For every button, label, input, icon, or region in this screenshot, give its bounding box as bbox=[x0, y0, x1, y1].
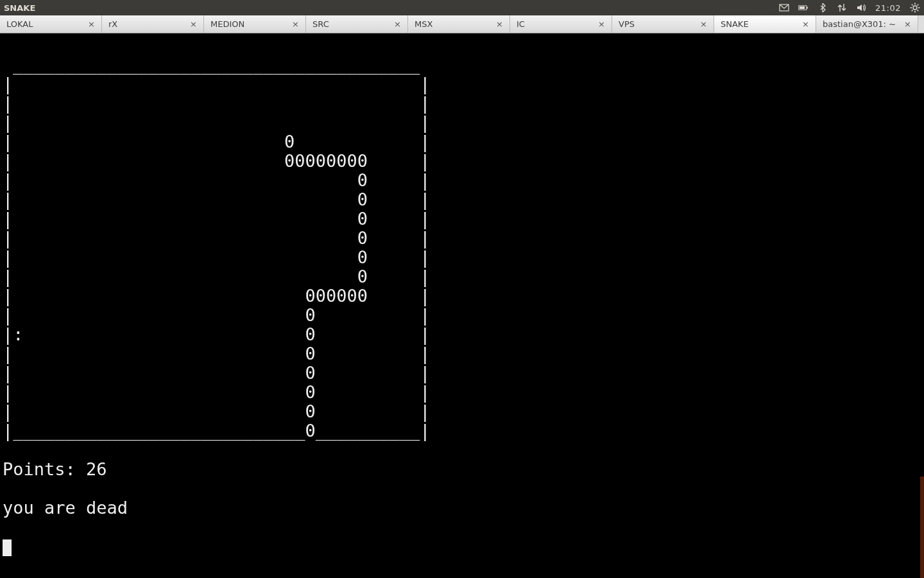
close-icon[interactable]: × bbox=[903, 20, 912, 28]
tab-label: VPS bbox=[619, 19, 635, 29]
terminal-tab[interactable]: LOKAL× bbox=[0, 15, 102, 33]
terminal-tabstrip: LOKAL×rX×MEDION×SRC×MSX×IC×VPS×SNAKE×bas… bbox=[0, 15, 924, 33]
battery-icon[interactable] bbox=[798, 3, 809, 13]
mail-icon[interactable] bbox=[779, 3, 789, 13]
clock[interactable]: 21:02 bbox=[875, 3, 901, 13]
close-icon[interactable]: × bbox=[495, 20, 504, 28]
dead-message: you are dead bbox=[3, 498, 921, 518]
svg-rect-3 bbox=[800, 6, 805, 9]
tab-label: bastian@X301: ~ bbox=[823, 19, 896, 29]
terminal-tab[interactable]: bastian@X301: ~× bbox=[816, 15, 918, 33]
terminal-tab[interactable]: VPS× bbox=[612, 15, 714, 33]
tab-label: MSX bbox=[415, 19, 432, 29]
close-icon[interactable]: × bbox=[801, 20, 810, 28]
close-icon[interactable]: × bbox=[393, 20, 402, 28]
tab-label: LOKAL bbox=[6, 19, 33, 29]
game-board: _______________________________________ … bbox=[3, 55, 921, 441]
launcher-edge-hint bbox=[920, 477, 924, 578]
terminal-tab[interactable]: MSX× bbox=[408, 15, 510, 33]
svg-line-9 bbox=[912, 4, 913, 6]
network-updown-icon[interactable] bbox=[837, 3, 847, 13]
svg-point-4 bbox=[913, 6, 917, 10]
terminal-tab[interactable]: IC× bbox=[510, 15, 612, 33]
svg-rect-2 bbox=[807, 6, 808, 8]
svg-line-10 bbox=[918, 10, 919, 12]
close-icon[interactable]: × bbox=[87, 20, 96, 28]
close-icon[interactable]: × bbox=[291, 20, 300, 28]
terminal-cursor bbox=[3, 539, 12, 556]
terminal-tab[interactable]: MEDION× bbox=[204, 15, 306, 33]
tab-label: SNAKE bbox=[721, 19, 749, 29]
svg-line-12 bbox=[912, 10, 913, 12]
menubar: SNAKE 21:02 bbox=[0, 0, 924, 15]
close-icon[interactable]: × bbox=[597, 20, 606, 28]
tab-label: MEDION bbox=[210, 19, 244, 29]
tab-label: rX bbox=[108, 19, 117, 29]
window-title: SNAKE bbox=[4, 3, 35, 13]
tab-label: SRC bbox=[312, 19, 329, 29]
tab-label: IC bbox=[517, 19, 525, 29]
points-label: Points: bbox=[3, 459, 86, 479]
points-value: 26 bbox=[86, 459, 107, 479]
bluetooth-icon[interactable] bbox=[817, 3, 828, 13]
system-tray: 21:02 bbox=[779, 3, 920, 13]
terminal-tab[interactable]: rX× bbox=[102, 15, 204, 33]
terminal-tab[interactable]: SRC× bbox=[306, 15, 408, 33]
close-icon[interactable]: × bbox=[189, 20, 198, 28]
gear-icon[interactable] bbox=[910, 3, 920, 13]
sound-icon[interactable] bbox=[856, 3, 866, 13]
svg-line-11 bbox=[918, 4, 919, 6]
terminal-tab[interactable]: SNAKE× bbox=[714, 15, 816, 33]
points-line: Points: 26 bbox=[3, 460, 921, 479]
close-icon[interactable]: × bbox=[699, 20, 708, 28]
terminal-viewport[interactable]: _______________________________________ … bbox=[0, 33, 924, 578]
